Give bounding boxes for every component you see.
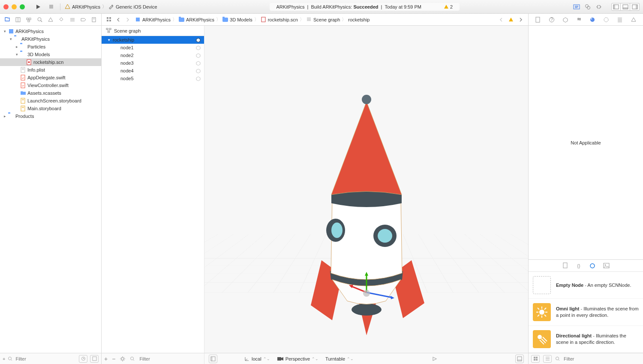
svg-point-40 [579, 19, 580, 20]
node-inspector-icon[interactable] [561, 15, 570, 24]
quick-help-inspector-icon[interactable]: ? [547, 15, 556, 24]
navigator-row[interactable]: ViewController.swift [0, 81, 101, 89]
toggle-debug-area-button[interactable] [621, 3, 630, 11]
scene-graph-row[interactable]: node3 [102, 59, 204, 67]
camera-projection-selector[interactable]: Perspective ⌃⌄ [277, 356, 318, 361]
issue-navigator-icon[interactable] [45, 14, 56, 26]
scheme-selector[interactable]: ARKitPhysics 〉 Generic iOS Device [65, 3, 157, 10]
test-navigator-icon[interactable] [56, 14, 67, 26]
add-node-icon[interactable]: + [104, 355, 108, 362]
scene-graph-row[interactable]: node4 [102, 67, 204, 75]
disclosure-triangle-icon[interactable]: ▾ [9, 37, 13, 41]
warning-indicator[interactable]: 2 [444, 4, 453, 9]
scene-graph-row[interactable]: node5 [102, 75, 204, 82]
navigator-row[interactable]: ▸Particles [0, 43, 101, 51]
svg-line-77 [124, 360, 124, 360]
toggle-navigator-button[interactable] [611, 3, 621, 11]
navigator-row[interactable]: Info.plist [0, 66, 101, 74]
navigator-row-label: Products [15, 114, 34, 119]
node-type-icon [195, 37, 201, 42]
symbol-navigator-icon[interactable] [24, 14, 34, 26]
disclosure-triangle-icon[interactable]: ▸ [15, 45, 19, 49]
debug-navigator-icon[interactable] [67, 14, 78, 26]
object-library[interactable]: Empty Node - An empty SCNNode.Omni light… [529, 271, 643, 353]
navigator-row[interactable]: rocketship.scn [0, 58, 101, 66]
gear-icon[interactable] [120, 356, 126, 362]
coordinate-space-selector[interactable]: local ⌃⌄ [244, 356, 270, 362]
breakpoint-navigator-icon[interactable] [78, 14, 88, 26]
material-inspector-icon[interactable] [588, 15, 597, 24]
list-view-icon[interactable] [543, 355, 552, 363]
file-inspector-icon[interactable] [533, 15, 543, 24]
node-type-icon [195, 76, 201, 81]
back-button[interactable] [114, 15, 123, 24]
viewport-canvas[interactable] [204, 26, 528, 353]
find-navigator-icon[interactable] [34, 14, 45, 26]
close-window-button[interactable] [3, 4, 9, 9]
library-item[interactable]: Directional light - Illuminates the scen… [529, 326, 643, 353]
disclosure-triangle-icon[interactable]: ▾ [3, 29, 7, 33]
navigator-row[interactable]: ▾3D Models [0, 51, 101, 58]
run-button[interactable] [33, 3, 43, 11]
toggle-utilities-button[interactable] [630, 3, 640, 11]
svg-rect-30 [261, 17, 265, 22]
stop-button[interactable] [46, 3, 56, 11]
forward-button[interactable] [123, 15, 132, 24]
scm-filter-icon[interactable] [90, 355, 99, 363]
bindings-inspector-icon[interactable] [629, 15, 638, 24]
recent-filter-icon[interactable] [79, 355, 87, 363]
related-items-icon[interactable] [104, 15, 114, 24]
project-navigator-icon[interactable] [2, 14, 12, 26]
library-filter-input[interactable] [564, 356, 640, 361]
report-navigator-icon[interactable] [89, 14, 99, 26]
navigator-row[interactable]: Assets.xcassets [0, 89, 101, 97]
toggle-actions-panel-button[interactable] [515, 355, 524, 363]
version-editor-button[interactable] [594, 3, 604, 11]
library-item[interactable]: Empty Node - An empty SCNNode. [529, 272, 643, 299]
disclosure-triangle-icon[interactable]: ▸ [3, 114, 7, 118]
next-issue-button[interactable] [516, 15, 526, 24]
code-snippets-library-icon[interactable]: {} [576, 263, 582, 269]
navigator-filter-input[interactable] [15, 356, 76, 361]
zoom-window-button[interactable] [20, 4, 25, 9]
rocketship-model[interactable] [296, 82, 437, 335]
navigator-row[interactable]: Main.storyboard [0, 105, 101, 112]
breadcrumb[interactable]: ARKitPhysics〉 ARKitPhysics〉 3D Models〉 r… [135, 16, 370, 23]
play-animation-button[interactable] [432, 356, 437, 361]
navigator-row[interactable]: ▾ARKitPhysics [0, 35, 101, 43]
navigator-tree[interactable]: ▾ARKitPhysics▾ARKitPhysics▸Particles▾3D … [0, 26, 101, 353]
disclosure-triangle-icon[interactable]: ▾ [107, 38, 111, 42]
disclosure-triangle-icon[interactable]: ▾ [15, 52, 19, 57]
scene-graph-tree[interactable]: ▾rocketshipnode1node2node3node4node5 [102, 36, 204, 353]
navigator-row[interactable]: ▸Products [0, 112, 101, 120]
physics-inspector-icon[interactable] [601, 15, 611, 24]
media-library-icon[interactable] [603, 263, 610, 268]
add-icon[interactable]: + [3, 356, 5, 361]
navigator-row[interactable]: ▾ARKitPhysics [0, 27, 101, 35]
grid-view-icon[interactable] [531, 355, 540, 363]
library-item[interactable]: Omni light - Illuminates the scene from … [529, 299, 643, 326]
scene-graph-row[interactable]: node1 [102, 44, 204, 51]
scene-graph-filter-input[interactable] [139, 356, 201, 361]
scene-graph-row[interactable]: node2 [102, 51, 204, 59]
filter-scope-icon[interactable] [8, 356, 13, 361]
scene-graph-row[interactable]: ▾rocketship [102, 36, 204, 44]
toggle-scenegraph-button[interactable] [209, 355, 217, 363]
attributes-inspector-icon[interactable] [574, 15, 584, 24]
standard-editor-button[interactable] [572, 3, 581, 11]
navigator-row[interactable]: LaunchScreen.storyboard [0, 97, 101, 105]
file-templates-library-icon[interactable] [562, 262, 568, 269]
svg-point-42 [591, 18, 592, 19]
remove-node-icon[interactable]: − [112, 355, 115, 362]
assistant-editor-button[interactable] [583, 3, 592, 11]
svg-rect-100 [563, 263, 567, 268]
camera-icon [277, 356, 284, 361]
minimize-window-button[interactable] [12, 4, 17, 9]
navigator-row[interactable]: AppDelegate.swift [0, 74, 101, 81]
scene-inspector-icon[interactable] [615, 15, 625, 24]
object-library-icon[interactable] [589, 263, 595, 269]
viewport-nav-mode-selector[interactable]: Turntable ⌃⌄ [325, 356, 354, 361]
source-control-navigator-icon[interactable] [12, 14, 23, 26]
prev-issue-button[interactable] [496, 15, 506, 24]
activity-status[interactable]: ARKitPhysics| Build ARKitPhysics: Succee… [270, 3, 460, 11]
